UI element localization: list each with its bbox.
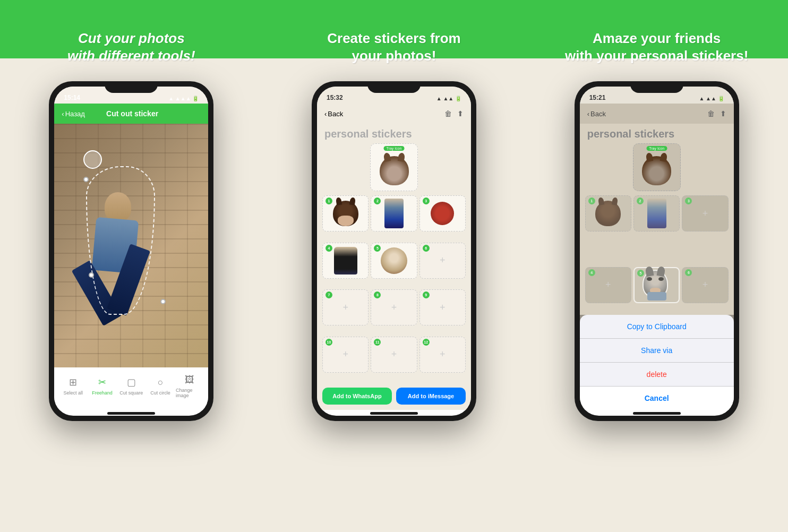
home-indicator-3 [633,412,681,415]
sticker-cell-11[interactable]: 11 + [371,337,417,373]
empty-icon-10: + [342,349,348,360]
sticker-cell-3-3[interactable]: 3 + [682,195,728,231]
share-via-item[interactable]: Share via [580,339,734,363]
status-icons-3: ▲ ▲▲ 🔋 [699,96,724,101]
freehand-label: Freehand [92,390,113,396]
home-indicator-2 [370,412,418,415]
time-1: 15:14 [64,94,80,101]
add-whatsapp-button[interactable]: Add to WhatsApp [322,388,392,405]
tool-select-all[interactable]: ⊞ Select all [59,376,87,396]
chevron-left-icon-2: ‹ [324,110,327,118]
cut-square-label: Cut square [119,390,143,396]
back-btn-3[interactable]: ‹ Back [587,110,606,118]
empty-icon-8: + [391,302,397,313]
tool-freehand[interactable]: ✂ Freehand [89,376,116,396]
tray-sticker-3 [642,156,671,185]
share-icon-3[interactable]: ⬆ [720,109,726,118]
cut-circle-label: Cut circle [150,390,170,396]
sticker-cell-9[interactable]: 9 + [419,289,466,325]
sticker-cell-3[interactable]: 3 [419,195,466,231]
add-imessage-button[interactable]: Add to iMessage [396,388,466,405]
back-label-1: Назад [65,110,85,118]
status-icons-2: ▲ ▲▲ 🔋 [436,96,461,101]
cut-circle-icon: ○ [158,377,164,388]
notch-3 [630,81,683,93]
sticker-cell-3-5[interactable]: 5 [633,267,680,303]
sticker-cell-3-4[interactable]: 4 + [585,267,631,303]
tray-cell-3: Tray Icon [633,143,681,191]
sticker-cell-12[interactable]: 12 + [419,337,466,373]
tray-badge-3: Tray Icon [646,146,667,151]
empty-icon-6: + [440,255,446,266]
tool-change-image[interactable]: 🖼 Change image [176,374,203,398]
sticker-cell-8[interactable]: 8 + [371,289,417,325]
copy-clipboard-item[interactable]: Copy to Clipboard [580,315,734,339]
notch-2 [367,81,421,93]
nav-title-1: Cut out sticker [106,109,158,118]
sticker-cell-5[interactable]: 5 [371,243,417,279]
trash-icon-2[interactable]: 🗑 [444,109,452,118]
sticker-cell-4[interactable]: 4 [322,243,369,279]
wolf-sticker-3 [595,201,621,226]
sticker-cell-7[interactable]: 7 + [322,289,369,325]
sticker-grid-2: 1 2 3 [317,193,471,383]
back-label-2: Back [328,110,343,118]
empty-3-6: + [703,279,708,290]
chevron-left-icon-3: ‹ [587,110,589,118]
sticker-cell-3-6[interactable]: 6 + [682,267,728,303]
sticker-cell-10[interactable]: 10 + [322,337,369,373]
empty-icon-11: + [391,349,397,360]
tray-sticker [380,156,409,185]
empty-icon-12: + [440,349,446,360]
panel-amaze-friends: Amaze your friends with your personal st… [525,0,788,532]
sticker-screen-2: personal stickers Tray Icon [317,124,471,410]
back-btn-1[interactable]: ‹ Назад [62,110,85,118]
home-indicator-1 [107,412,155,415]
sticker-cell-3-1[interactable]: 1 [585,195,631,231]
panel-1-title: Cut your photos with different tools! [57,30,206,64]
empty-icon-7: + [342,302,348,313]
back-btn-2[interactable]: ‹ Back [324,110,343,118]
empty-3-4: + [605,279,611,290]
sticker-cell-2[interactable]: 2 [371,195,417,231]
tool-cut-circle[interactable]: ○ Cut circle [147,377,174,396]
photo-area [54,124,208,367]
raccoon-sticker [643,270,671,301]
select-all-icon: ⊞ [69,376,77,388]
sticker-cell-6[interactable]: 6 + [419,243,466,279]
phone-1: 15:14 ▲ ▲▲▲ 🔋 ‹ Назад Cut out sticker [49,81,213,421]
time-2: 15:32 [327,94,343,101]
notch-1 [105,81,158,93]
status-icons-1: ▲ ▲▲▲ 🔋 [168,96,199,101]
dog-sticker [381,247,407,274]
screen-2: 15:32 ▲ ▲▲ 🔋 ‹ Back 🗑 ⬆ person [317,87,471,416]
sticker-cell-1[interactable]: 1 [322,195,369,231]
tool-bar: ⊞ Select all ✂ Freehand ▢ Cut square ○ C… [54,367,208,410]
panel-2-title: Create stickers from your photos! [316,30,471,64]
page-title-3: personal stickers [580,124,734,143]
trash-icon-3[interactable]: 🗑 [707,109,715,118]
change-image-label: Change image [176,388,203,398]
heart-sticker [431,202,454,225]
change-image-icon: 🖼 [185,374,194,385]
tray-badge-2: Tray Icon [384,146,405,151]
context-menu: Copy to Clipboard Share via delete Cance… [580,315,734,410]
panel-cut-photos: Cut your photos with different tools! 15… [0,0,263,532]
action-buttons-2: Add to WhatsApp Add to iMessage [317,383,471,410]
wolf-sticker [333,201,358,226]
cancel-item[interactable]: Cancel [580,387,734,410]
tray-cell-2: Tray Icon [370,143,418,191]
delete-item[interactable]: delete [580,363,734,387]
nav-1: ‹ Назад Cut out sticker [54,104,208,124]
tool-cut-square[interactable]: ▢ Cut square [117,376,145,396]
man-jump-3 [647,199,666,228]
time-3: 15:21 [589,94,606,101]
sticker-cell-3-2[interactable]: 2 [633,195,680,231]
man-jump-sticker [384,199,404,228]
share-icon-2[interactable]: ⬆ [457,109,464,118]
chevron-left-icon: ‹ [62,110,64,118]
freehand-icon: ✂ [98,376,106,388]
page-title-2: personal stickers [317,124,471,143]
tray-row-2: Tray Icon [317,143,471,193]
empty-icon-9: + [440,302,446,313]
